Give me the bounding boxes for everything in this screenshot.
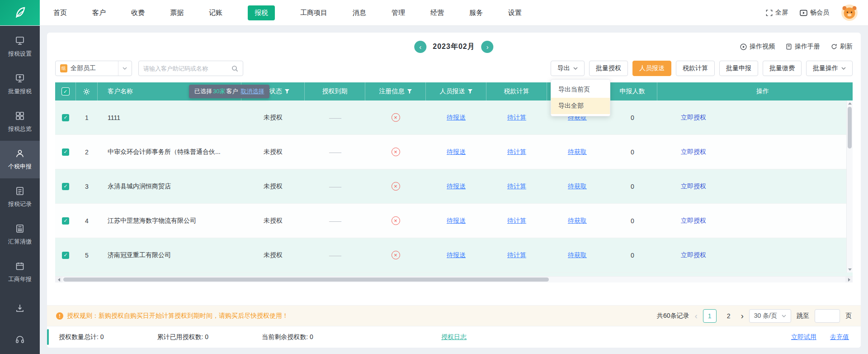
batch-declare-button[interactable]: 批量申报 xyxy=(719,61,758,76)
personnel-report-button[interactable]: 人员报送 xyxy=(632,61,671,76)
calc-status-link[interactable]: 待计算 xyxy=(507,148,526,156)
page-1-button[interactable]: 1 xyxy=(703,309,717,323)
export-dropdown-menu: 导出当前页 导出全部 xyxy=(551,79,610,116)
page-2-button[interactable]: 2 xyxy=(722,309,736,323)
page-size-select[interactable]: 30 条/页 xyxy=(749,309,791,323)
group-badge: 组 xyxy=(60,64,67,72)
table-row: 5 济南冠亚重工有限公司 未授权 —— × 待报送 待计算 待获取 0 立即授权 xyxy=(55,238,853,273)
trial-now-link[interactable]: 立即试用 xyxy=(791,333,816,341)
batch-authorize-button[interactable]: 批量授权 xyxy=(589,61,628,76)
sidebar-item-tax-overview[interactable]: 报税总览 xyxy=(0,103,40,141)
select-all-checkbox[interactable] xyxy=(62,88,69,95)
agreement-status-link[interactable]: 待获取 xyxy=(568,251,587,259)
column-auth-expiry: 授权到期 xyxy=(305,82,365,100)
agreement-status-link[interactable]: 待获取 xyxy=(568,182,587,191)
agreement-status-link[interactable]: 待获取 xyxy=(568,217,587,225)
calc-status-link[interactable]: 待计算 xyxy=(507,251,526,259)
user-avatar[interactable] xyxy=(841,4,858,21)
tax-calculation-button[interactable]: 税款计算 xyxy=(676,61,715,76)
sidebar-item-service[interactable] xyxy=(0,325,40,354)
horizontal-scrollbar-thumb[interactable] xyxy=(63,277,549,282)
employee-filter-select[interactable]: 组 全部员工 xyxy=(55,61,132,76)
row-checkbox[interactable] xyxy=(62,114,69,121)
filter-icon[interactable] xyxy=(407,89,412,94)
period-label: 2023年02月 xyxy=(433,42,475,52)
sidebar-item-tax-settings[interactable]: 报税设置 xyxy=(0,28,40,66)
calc-status-link[interactable]: 待计算 xyxy=(507,217,526,225)
next-month-button[interactable]: › xyxy=(481,41,494,53)
horizontal-scrollbar[interactable] xyxy=(55,276,853,282)
nav-item-messages[interactable]: 消息 xyxy=(353,9,366,17)
content-panel: ‹ 2023年02月 › 操作视频 xyxy=(47,33,861,348)
authorization-log-link[interactable]: 授权日志 xyxy=(441,333,467,341)
row-checkbox[interactable] xyxy=(62,148,69,156)
vertical-scrollbar-thumb[interactable] xyxy=(848,107,852,148)
pagination: 共60条记录 ‹ 1 2 › 30 条/页 跳至 页 xyxy=(657,309,852,323)
scroll-right-arrow[interactable] xyxy=(845,277,853,282)
authorize-now-link[interactable]: 立即授权 xyxy=(681,148,706,156)
nav-item-invoices[interactable]: 票据 xyxy=(170,9,184,17)
nav-item-home[interactable]: 首页 xyxy=(53,9,67,17)
report-status-link[interactable]: 待报送 xyxy=(447,148,466,156)
employee-filter-value: 全部员工 xyxy=(71,64,96,72)
row-checkbox[interactable] xyxy=(62,183,69,190)
sidebar-item-batch-tax[interactable]: 批量报税 xyxy=(0,66,40,103)
previous-month-button[interactable]: ‹ xyxy=(414,41,426,53)
sidebar-item-tax-records[interactable]: 报税记录 xyxy=(0,178,40,216)
nav-item-bookkeeping[interactable]: 记账 xyxy=(209,9,222,17)
column-settings-gear-icon[interactable] xyxy=(83,88,90,95)
row-checkbox[interactable] xyxy=(62,217,69,225)
cancel-selection-link[interactable]: 取消选择 xyxy=(241,87,264,96)
jump-page-input[interactable] xyxy=(815,309,840,323)
operation-manual-button[interactable]: 操作手册 xyxy=(786,43,820,51)
nav-item-business-projects[interactable]: 工商项目 xyxy=(300,9,327,17)
report-status-link[interactable]: 待报送 xyxy=(447,114,466,122)
search-input[interactable] xyxy=(143,65,231,72)
refresh-button[interactable]: 刷新 xyxy=(831,43,853,51)
scroll-left-arrow[interactable] xyxy=(55,277,62,282)
unregistered-icon: × xyxy=(392,148,400,156)
export-current-page-option[interactable]: 导出当前页 xyxy=(551,81,610,98)
report-status-link[interactable]: 待报送 xyxy=(447,217,466,225)
batch-operations-button[interactable]: 批量操作 xyxy=(806,61,853,76)
vertical-scrollbar[interactable] xyxy=(846,100,853,273)
nav-item-tax-filing[interactable]: 报税 xyxy=(248,5,275,20)
sidebar-item-download[interactable] xyxy=(0,294,40,322)
batch-pay-button[interactable]: 批量缴费 xyxy=(763,61,802,76)
member-button[interactable]: 畅会员 xyxy=(800,9,829,17)
row-checkbox[interactable] xyxy=(62,252,69,259)
sidebar-item-personal-tax[interactable]: 个税申报 xyxy=(0,141,40,178)
agreement-status-link[interactable]: 待获取 xyxy=(568,148,587,156)
calc-status-link[interactable]: 待计算 xyxy=(507,182,526,191)
export-all-option[interactable]: 导出全部 xyxy=(551,98,610,114)
nav-item-services[interactable]: 服务 xyxy=(469,9,483,17)
export-button[interactable]: 导出 xyxy=(551,61,585,76)
nav-item-customers[interactable]: 客户 xyxy=(92,9,106,17)
recharge-link[interactable]: 去充值 xyxy=(830,333,849,341)
authorize-now-link[interactable]: 立即授权 xyxy=(681,114,706,122)
operation-video-button[interactable]: 操作视频 xyxy=(740,43,775,51)
auth-status: 未授权 xyxy=(241,100,305,134)
customer-search-box xyxy=(138,61,243,76)
nav-item-settings[interactable]: 设置 xyxy=(508,9,522,17)
sidebar-label: 工商年报 xyxy=(8,275,32,283)
report-status-link[interactable]: 待报送 xyxy=(447,182,466,191)
filter-icon[interactable] xyxy=(468,89,472,94)
nav-item-operations[interactable]: 经营 xyxy=(430,9,444,17)
next-page-button[interactable]: › xyxy=(741,312,744,320)
search-icon[interactable] xyxy=(231,65,238,72)
fullscreen-button[interactable]: 全屏 xyxy=(766,9,788,17)
calc-status-link[interactable]: 待计算 xyxy=(507,114,526,122)
auth-expiry: —— xyxy=(305,100,365,134)
authorize-now-link[interactable]: 立即授权 xyxy=(681,251,706,259)
sidebar-item-settlement[interactable]: 汇算清缴 xyxy=(0,216,40,254)
authorize-now-link[interactable]: 立即授权 xyxy=(681,182,706,191)
sidebar-item-annual-report[interactable]: 工商年报 xyxy=(0,254,40,291)
report-status-link[interactable]: 待报送 xyxy=(447,251,466,259)
authorize-now-link[interactable]: 立即授权 xyxy=(681,217,706,225)
previous-page-button[interactable]: ‹ xyxy=(695,312,698,320)
nav-item-billing[interactable]: 收费 xyxy=(131,9,145,17)
nav-item-management[interactable]: 管理 xyxy=(392,9,405,17)
filter-icon[interactable] xyxy=(285,89,289,94)
tax-overview-icon xyxy=(15,111,25,121)
